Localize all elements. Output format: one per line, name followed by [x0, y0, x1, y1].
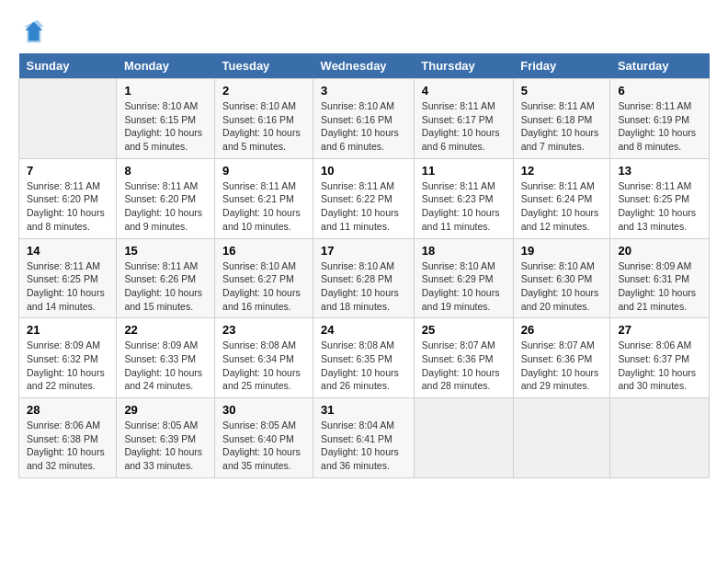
- day-number: 11: [422, 164, 506, 178]
- day-number: 28: [27, 403, 108, 417]
- day-cell: 15Sunrise: 8:11 AM Sunset: 6:26 PM Dayli…: [117, 238, 215, 318]
- day-number: 26: [521, 323, 603, 337]
- day-number: 31: [321, 403, 406, 417]
- day-cell: 4Sunrise: 8:11 AM Sunset: 6:17 PM Daylig…: [414, 79, 513, 159]
- day-cell: 1Sunrise: 8:10 AM Sunset: 6:15 PM Daylig…: [117, 79, 215, 159]
- day-number: 29: [124, 403, 207, 417]
- day-info: Sunrise: 8:09 AM Sunset: 6:33 PM Dayligh…: [124, 339, 207, 393]
- day-cell: 22Sunrise: 8:09 AM Sunset: 6:33 PM Dayli…: [117, 318, 215, 398]
- day-cell: [513, 398, 610, 478]
- day-cell: 27Sunrise: 8:06 AM Sunset: 6:37 PM Dayli…: [610, 318, 710, 398]
- svg-marker-1: [24, 20, 44, 42]
- header-cell-tuesday: Tuesday: [215, 53, 313, 79]
- day-cell: 26Sunrise: 8:07 AM Sunset: 6:36 PM Dayli…: [513, 318, 610, 398]
- week-row-4: 21Sunrise: 8:09 AM Sunset: 6:32 PM Dayli…: [19, 318, 710, 398]
- day-number: 6: [618, 84, 701, 98]
- day-number: 16: [222, 244, 305, 258]
- week-row-1: 1Sunrise: 8:10 AM Sunset: 6:15 PM Daylig…: [19, 79, 710, 159]
- day-cell: 5Sunrise: 8:11 AM Sunset: 6:18 PM Daylig…: [513, 79, 610, 159]
- day-cell: 10Sunrise: 8:11 AM Sunset: 6:22 PM Dayli…: [313, 158, 415, 238]
- day-info: Sunrise: 8:04 AM Sunset: 6:41 PM Dayligh…: [321, 419, 406, 473]
- day-info: Sunrise: 8:08 AM Sunset: 6:34 PM Dayligh…: [222, 339, 305, 393]
- day-info: Sunrise: 8:06 AM Sunset: 6:38 PM Dayligh…: [27, 419, 108, 473]
- logo-icon: [18, 18, 44, 44]
- day-info: Sunrise: 8:10 AM Sunset: 6:27 PM Dayligh…: [222, 259, 305, 314]
- day-info: Sunrise: 8:11 AM Sunset: 6:20 PM Dayligh…: [124, 179, 207, 234]
- day-info: Sunrise: 8:08 AM Sunset: 6:35 PM Dayligh…: [321, 339, 406, 393]
- day-number: 18: [422, 244, 506, 258]
- day-info: Sunrise: 8:10 AM Sunset: 6:16 PM Dayligh…: [321, 99, 406, 154]
- day-info: Sunrise: 8:11 AM Sunset: 6:21 PM Dayligh…: [222, 179, 305, 234]
- day-number: 13: [618, 164, 701, 178]
- day-info: Sunrise: 8:07 AM Sunset: 6:36 PM Dayligh…: [422, 339, 506, 393]
- header-cell-monday: Monday: [117, 53, 215, 79]
- day-cell: 9Sunrise: 8:11 AM Sunset: 6:21 PM Daylig…: [215, 158, 313, 238]
- day-number: 27: [618, 323, 701, 337]
- day-cell: 31Sunrise: 8:04 AM Sunset: 6:41 PM Dayli…: [313, 398, 415, 478]
- day-info: Sunrise: 8:10 AM Sunset: 6:30 PM Dayligh…: [521, 259, 603, 314]
- logo: [18, 18, 46, 44]
- day-info: Sunrise: 8:11 AM Sunset: 6:25 PM Dayligh…: [27, 259, 108, 314]
- day-number: 21: [27, 323, 108, 337]
- day-cell: 3Sunrise: 8:10 AM Sunset: 6:16 PM Daylig…: [313, 79, 415, 159]
- day-cell: 6Sunrise: 8:11 AM Sunset: 6:19 PM Daylig…: [610, 79, 710, 159]
- day-info: Sunrise: 8:10 AM Sunset: 6:28 PM Dayligh…: [321, 259, 406, 314]
- day-cell: 12Sunrise: 8:11 AM Sunset: 6:24 PM Dayli…: [513, 158, 610, 238]
- day-info: Sunrise: 8:11 AM Sunset: 6:20 PM Dayligh…: [27, 179, 108, 234]
- day-info: Sunrise: 8:09 AM Sunset: 6:31 PM Dayligh…: [618, 259, 701, 314]
- day-info: Sunrise: 8:11 AM Sunset: 6:26 PM Dayligh…: [124, 259, 207, 314]
- day-cell: 16Sunrise: 8:10 AM Sunset: 6:27 PM Dayli…: [215, 238, 313, 318]
- day-cell: 14Sunrise: 8:11 AM Sunset: 6:25 PM Dayli…: [19, 238, 117, 318]
- day-cell: 17Sunrise: 8:10 AM Sunset: 6:28 PM Dayli…: [313, 238, 415, 318]
- day-cell: 11Sunrise: 8:11 AM Sunset: 6:23 PM Dayli…: [414, 158, 513, 238]
- week-row-2: 7Sunrise: 8:11 AM Sunset: 6:20 PM Daylig…: [19, 158, 710, 238]
- day-cell: 28Sunrise: 8:06 AM Sunset: 6:38 PM Dayli…: [19, 398, 117, 478]
- day-cell: 23Sunrise: 8:08 AM Sunset: 6:34 PM Dayli…: [215, 318, 313, 398]
- day-cell: 25Sunrise: 8:07 AM Sunset: 6:36 PM Dayli…: [414, 318, 513, 398]
- day-cell: [610, 398, 710, 478]
- header-cell-friday: Friday: [513, 53, 610, 79]
- day-number: 4: [422, 84, 506, 98]
- day-cell: 19Sunrise: 8:10 AM Sunset: 6:30 PM Dayli…: [513, 238, 610, 318]
- day-number: 24: [321, 323, 406, 337]
- day-number: 20: [618, 244, 701, 258]
- day-number: 12: [521, 164, 603, 178]
- day-number: 7: [27, 164, 108, 178]
- day-cell: 24Sunrise: 8:08 AM Sunset: 6:35 PM Dayli…: [313, 318, 415, 398]
- day-cell: 2Sunrise: 8:10 AM Sunset: 6:16 PM Daylig…: [215, 79, 313, 159]
- day-info: Sunrise: 8:11 AM Sunset: 6:24 PM Dayligh…: [521, 179, 603, 234]
- day-cell: 30Sunrise: 8:05 AM Sunset: 6:40 PM Dayli…: [215, 398, 313, 478]
- day-cell: [19, 79, 117, 159]
- day-number: 25: [422, 323, 506, 337]
- calendar-table: SundayMondayTuesdayWednesdayThursdayFrid…: [18, 53, 710, 478]
- day-info: Sunrise: 8:10 AM Sunset: 6:16 PM Dayligh…: [222, 99, 305, 154]
- day-number: 14: [27, 244, 108, 258]
- day-cell: 21Sunrise: 8:09 AM Sunset: 6:32 PM Dayli…: [19, 318, 117, 398]
- page-header: [18, 18, 710, 44]
- header-row: SundayMondayTuesdayWednesdayThursdayFrid…: [19, 53, 710, 79]
- day-info: Sunrise: 8:09 AM Sunset: 6:32 PM Dayligh…: [27, 339, 108, 393]
- day-number: 9: [222, 164, 305, 178]
- day-cell: [414, 398, 513, 478]
- header-cell-sunday: Sunday: [19, 53, 117, 79]
- day-cell: 29Sunrise: 8:05 AM Sunset: 6:39 PM Dayli…: [117, 398, 215, 478]
- day-info: Sunrise: 8:11 AM Sunset: 6:18 PM Dayligh…: [521, 99, 603, 154]
- day-info: Sunrise: 8:11 AM Sunset: 6:19 PM Dayligh…: [618, 99, 701, 154]
- week-row-3: 14Sunrise: 8:11 AM Sunset: 6:25 PM Dayli…: [19, 238, 710, 318]
- day-cell: 7Sunrise: 8:11 AM Sunset: 6:20 PM Daylig…: [19, 158, 117, 238]
- week-row-5: 28Sunrise: 8:06 AM Sunset: 6:38 PM Dayli…: [19, 398, 710, 478]
- day-info: Sunrise: 8:11 AM Sunset: 6:22 PM Dayligh…: [321, 179, 406, 234]
- day-number: 15: [124, 244, 207, 258]
- day-info: Sunrise: 8:06 AM Sunset: 6:37 PM Dayligh…: [618, 339, 701, 393]
- day-number: 5: [521, 84, 603, 98]
- day-cell: 18Sunrise: 8:10 AM Sunset: 6:29 PM Dayli…: [414, 238, 513, 318]
- day-cell: 13Sunrise: 8:11 AM Sunset: 6:25 PM Dayli…: [610, 158, 710, 238]
- day-number: 19: [521, 244, 603, 258]
- day-info: Sunrise: 8:11 AM Sunset: 6:25 PM Dayligh…: [618, 179, 701, 234]
- day-number: 1: [124, 84, 207, 98]
- day-number: 23: [222, 323, 305, 337]
- day-info: Sunrise: 8:10 AM Sunset: 6:29 PM Dayligh…: [422, 259, 506, 314]
- day-number: 10: [321, 164, 406, 178]
- day-info: Sunrise: 8:05 AM Sunset: 6:39 PM Dayligh…: [124, 419, 207, 473]
- day-number: 8: [124, 164, 207, 178]
